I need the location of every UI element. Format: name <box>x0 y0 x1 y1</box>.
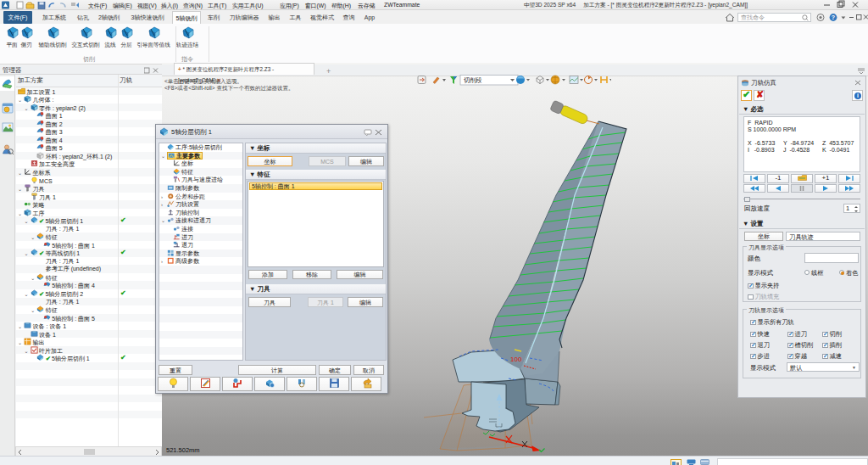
svg-text:切削段: 切削段 <box>464 76 482 84</box>
svg-text:100: 100 <box>510 356 522 363</box>
svg-text:?: ? <box>832 14 835 20</box>
